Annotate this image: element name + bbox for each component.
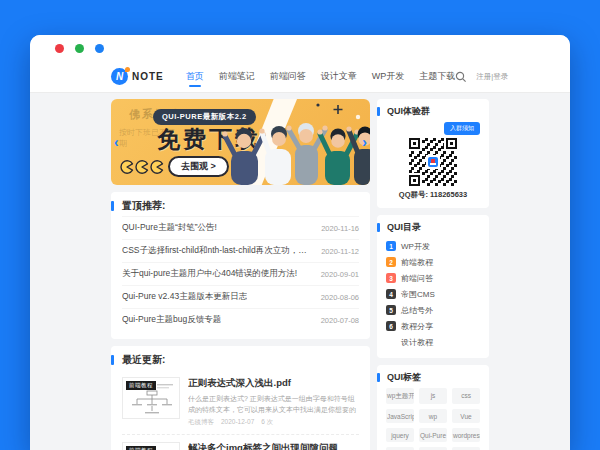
pinned-post-date: 2020-07-08 xyxy=(321,316,359,325)
directory-item-summary[interactable]: 5 总结号外 xyxy=(386,302,480,318)
pinned-post-date: 2020-11-12 xyxy=(321,247,359,256)
rank-badge: 1 xyxy=(386,241,396,251)
directory-item-label: 教程分享 xyxy=(401,321,433,332)
window-maximize-button[interactable] xyxy=(95,44,104,53)
window-titlebar xyxy=(30,35,570,61)
pinned-post-date: 2020-11-16 xyxy=(321,224,359,233)
qq-group-number: QQ群号: 118265633 xyxy=(386,190,480,200)
pinned-post-title[interactable]: Qui-Pure主题bug反馈专题 xyxy=(122,314,221,326)
pinned-posts-title: 置顶推荐: xyxy=(122,199,165,213)
article-thumbnail[interactable]: 前端教程 xyxy=(122,377,180,419)
pinned-post-row[interactable]: CSS子选择first-child和nth-last-child再次立功，你还没… xyxy=(122,239,359,262)
thumbnail-category-badge: 前端教程 xyxy=(126,381,156,390)
article-title[interactable]: 解决多个img标签之间出现间隙问题 xyxy=(188,442,359,450)
directory-item-tutorial-share[interactable]: 6 教程分享 xyxy=(386,318,480,334)
recent-updates-header: 最近更新: xyxy=(111,353,359,367)
tag-item[interactable]: css xyxy=(452,388,480,404)
tag-cloud: wp主题开发 js css JavaScript wp Vue jquery Q… xyxy=(386,388,480,450)
nav-item-frontend-qa[interactable]: 前端问答 xyxy=(270,65,306,88)
pinned-post-title[interactable]: CSS子选择first-child和nth-last-child再次立功，你还没… xyxy=(122,245,313,257)
nav-item-frontend-notes[interactable]: 前端笔记 xyxy=(219,65,255,88)
directory-item-label: 前端问答 xyxy=(401,273,433,284)
article-meta: 毛毯博客 2020-12-07 6 次 xyxy=(188,418,359,427)
pinned-post-row[interactable]: QUI-Pure主题“封笔”公告! 2020-11-16 xyxy=(122,216,359,239)
nav-item-theme-download[interactable]: 主题下载 xyxy=(419,65,455,88)
pacman-icons xyxy=(119,159,165,175)
pinned-posts-header: 置顶推荐: xyxy=(111,199,359,213)
tags-title: QUI标签 xyxy=(387,371,421,384)
nav-item-home[interactable]: 首页 xyxy=(186,65,204,88)
rank-badge: 3 xyxy=(386,273,396,283)
window-minimize-button[interactable] xyxy=(75,44,84,53)
article-excerpt: 什么是正则表达式? 正则表达式是一组由字母和符号组成的特殊文本，它可以用来从文本… xyxy=(188,393,359,415)
tags-card: QUI标签 wp主题开发 js css JavaScript wp Vue jq… xyxy=(377,365,489,450)
pinned-post-date: 2020-09-01 xyxy=(321,270,359,279)
directory-item-label: 帝国CMS xyxy=(401,289,435,300)
section-accent-bar xyxy=(377,107,380,116)
pinned-post-row[interactable]: Qui-Pure v2.43主题版本更新日志 2020-08-06 xyxy=(122,285,359,308)
carousel-next-icon[interactable]: › xyxy=(362,135,367,149)
logo-icon: N xyxy=(111,68,128,85)
directory-card: QUI目录 1 WP开发 2 前端教程 3 前端问答 4 帝国CMS xyxy=(377,215,489,358)
promo-banner[interactable]: 佛系搬砖 按时下班已不可期 QUI-PURE最新版本2.2 免费下载 去围观 > xyxy=(111,99,370,185)
article-title[interactable]: 正则表达式深入浅出.pdf xyxy=(188,377,359,390)
pinned-post-date: 2020-08-06 xyxy=(321,293,359,302)
directory-item-frontend-tutorial[interactable]: 2 前端教程 xyxy=(386,254,480,270)
directory-item-label: 总结号外 xyxy=(401,305,433,316)
directory-item-empirecms[interactable]: 4 帝国CMS xyxy=(386,286,480,302)
window-close-button[interactable] xyxy=(55,44,64,53)
directory-item-label: 前端教程 xyxy=(401,257,433,268)
tag-item[interactable]: wp主题开发 xyxy=(386,388,414,404)
tag-item[interactable]: Vue xyxy=(452,409,480,423)
carousel-prev-icon[interactable]: ‹ xyxy=(114,135,119,149)
nav-item-design-articles[interactable]: 设计文章 xyxy=(321,65,357,88)
pinned-post-title[interactable]: Qui-Pure v2.43主题版本更新日志 xyxy=(122,291,247,303)
qq-group-title: QUI体验群 xyxy=(387,105,430,118)
section-accent-bar xyxy=(377,223,380,232)
recent-updates-card: 最近更新: 前端教程 xyxy=(111,346,370,450)
tag-item[interactable]: wp xyxy=(419,409,447,423)
banner-illustration xyxy=(218,99,370,185)
pinned-post-title[interactable]: QUI-Pure主题“封笔”公告! xyxy=(122,222,217,234)
section-accent-bar xyxy=(111,355,114,365)
directory-item-design-tutorial[interactable]: 设计教程 xyxy=(386,334,480,350)
site-header: N NOTE 首页 前端笔记 前端问答 设计文章 WP开发 主题下载 注册|登录 xyxy=(30,61,570,93)
article-row[interactable]: 前端教程 xyxy=(122,435,359,450)
article-date: 2020-12-07 xyxy=(221,418,254,427)
rank-badge: 6 xyxy=(386,321,396,331)
rank-badge: 4 xyxy=(386,289,396,299)
tag-item[interactable]: JavaScript xyxy=(386,409,414,423)
rank-badge: 5 xyxy=(386,305,396,315)
article-row[interactable]: 前端教程 xyxy=(122,370,359,435)
directory-item-label: WP开发 xyxy=(401,241,430,252)
thumbnail-category-badge: 前端教程 xyxy=(126,446,156,450)
group-notice-badge[interactable]: 入群须知 xyxy=(444,122,480,135)
article-views: 6 次 xyxy=(261,418,273,427)
article-thumbnail[interactable]: 前端教程 xyxy=(122,442,180,450)
register-login-link[interactable]: 注册|登录 xyxy=(476,72,508,82)
directory-item-label: 设计教程 xyxy=(401,337,433,348)
qq-group-card: QUI体验群 入群须知 xyxy=(377,99,489,208)
directory-item-frontend-qa[interactable]: 3 前端问答 xyxy=(386,270,480,286)
site-logo[interactable]: N NOTE xyxy=(111,68,164,85)
article-author[interactable]: 毛毯博客 xyxy=(188,418,214,427)
rank-badge: 2 xyxy=(386,257,396,267)
pinned-posts-card: 置顶推荐: QUI-Pure主题“封笔”公告! 2020-11-16 CSS子选… xyxy=(111,192,370,339)
qq-group-qr-code xyxy=(409,138,457,186)
tag-item[interactable]: Qui-Pure xyxy=(419,428,447,442)
search-icon[interactable] xyxy=(455,71,467,83)
tag-item[interactable]: jquery xyxy=(386,428,414,442)
tag-item[interactable]: js xyxy=(419,388,447,404)
pinned-post-row[interactable]: Qui-Pure主题bug反馈专题 2020-07-08 xyxy=(122,308,359,331)
directory-header: QUI目录 xyxy=(377,221,480,234)
directory-item-wp-dev[interactable]: 1 WP开发 xyxy=(386,238,480,254)
browser-window: N NOTE 首页 前端笔记 前端问答 设计文章 WP开发 主题下载 注册|登录 xyxy=(30,35,570,450)
tag-item[interactable]: wordpress xyxy=(452,428,480,442)
tags-header: QUI标签 xyxy=(377,371,480,384)
nav-item-wp-dev[interactable]: WP开发 xyxy=(372,65,405,88)
main-nav: 首页 前端笔记 前端问答 设计文章 WP开发 主题下载 xyxy=(186,65,456,88)
pinned-post-title[interactable]: 关于qui-pure主题用户中心404错误的使用方法! xyxy=(122,268,297,280)
section-accent-bar xyxy=(111,201,114,211)
logo-text: NOTE xyxy=(132,71,164,82)
pinned-post-row[interactable]: 关于qui-pure主题用户中心404错误的使用方法! 2020-09-01 xyxy=(122,262,359,285)
